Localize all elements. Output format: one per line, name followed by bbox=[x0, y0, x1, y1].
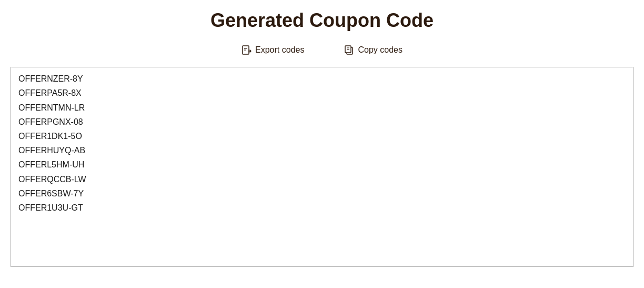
list-item: OFFER6SBW-7Y bbox=[18, 186, 626, 201]
list-item: OFFERHUYQ-AB bbox=[18, 143, 626, 157]
coupon-codes-list: OFFERNZER-8YOFFERPA5R-8XOFFERNTMN-LROFFE… bbox=[11, 67, 633, 267]
copy-icon bbox=[344, 44, 355, 55]
list-item: OFFER1DK1-5O bbox=[18, 129, 626, 143]
export-codes-button[interactable]: Export codes bbox=[237, 42, 308, 57]
list-item: OFFER1U3U-GT bbox=[18, 201, 626, 215]
list-item: OFFERNZER-8Y bbox=[18, 72, 626, 86]
page-title: Generated Coupon Code bbox=[210, 9, 434, 32]
copy-label: Copy codes bbox=[358, 45, 402, 55]
copy-codes-button[interactable]: Copy codes bbox=[340, 42, 407, 57]
list-item: OFFERPA5R-8X bbox=[18, 86, 626, 100]
toolbar: Export codes Copy codes bbox=[237, 42, 407, 57]
list-item: OFFERL5HM-UH bbox=[18, 157, 626, 172]
export-icon bbox=[242, 44, 252, 55]
list-item: OFFERQCCB-LW bbox=[18, 172, 626, 186]
list-item: OFFERNTMN-LR bbox=[18, 101, 626, 115]
export-label: Export codes bbox=[255, 45, 304, 55]
list-item: OFFERPGNX-08 bbox=[18, 115, 626, 129]
